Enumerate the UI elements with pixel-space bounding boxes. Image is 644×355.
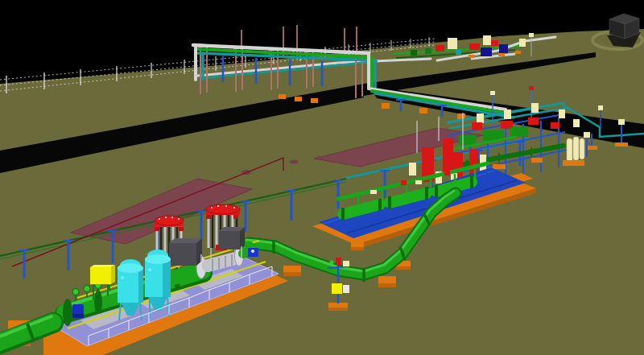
junction-box (332, 283, 342, 294)
motor-box[interactable] (219, 227, 245, 250)
road-sleeper (295, 97, 302, 101)
road-sleeper (279, 94, 286, 99)
motor-box[interactable] (169, 238, 202, 266)
instrument-box (343, 285, 349, 293)
3d-viewport[interactable] (0, 0, 644, 355)
road-sleeper (311, 98, 318, 103)
